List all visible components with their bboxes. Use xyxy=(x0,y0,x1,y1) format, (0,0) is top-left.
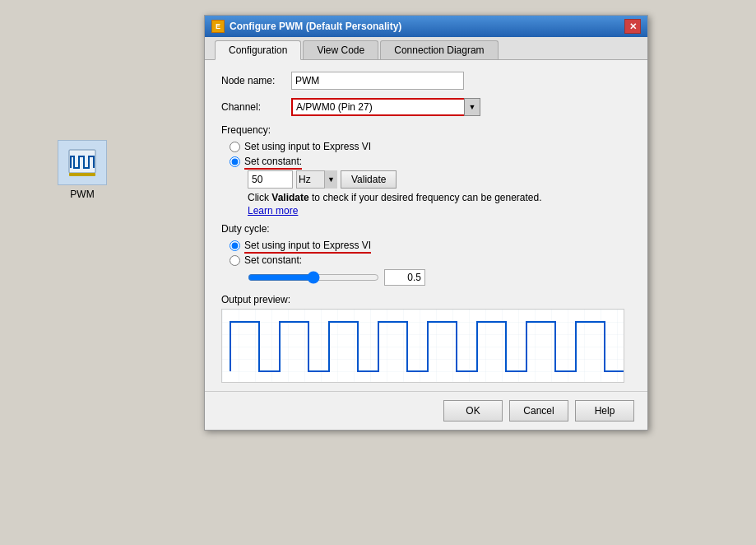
output-preview-section: Output preview: xyxy=(221,294,631,383)
learn-more-link[interactable]: Learn more xyxy=(248,205,298,217)
duty-cycle-label: Duty cycle: xyxy=(221,223,631,235)
output-preview-label: Output preview: xyxy=(221,294,631,305)
title-bar: E Configure PWM (Default Personality) ✕ xyxy=(205,16,647,37)
channel-row: Channel: A/PWM0 (Pin 27) A/PWM1 (Pin 28)… xyxy=(221,98,631,116)
duty-radio-express[interactable] xyxy=(230,240,240,251)
freq-radio-constant-label[interactable]: Set constant: xyxy=(244,156,302,167)
duty-cycle-value-input[interactable] xyxy=(384,269,425,286)
duty-radio-constant-label[interactable]: Set constant: xyxy=(244,254,302,266)
duty-cycle-slider[interactable] xyxy=(248,271,379,284)
duty-radio-constant[interactable] xyxy=(230,255,240,266)
validate-button[interactable]: Validate xyxy=(341,170,397,189)
bottom-button-bar: OK Cancel Help xyxy=(205,391,647,430)
title-bar-left: E Configure PWM (Default Personality) xyxy=(211,20,401,33)
freq-radio-express[interactable] xyxy=(230,142,240,152)
freq-radio-constant[interactable] xyxy=(230,156,240,167)
tab-view-code[interactable]: View Code xyxy=(303,40,378,59)
node-name-label: Node name: xyxy=(221,75,291,86)
channel-select-wrapper: A/PWM0 (Pin 27) A/PWM1 (Pin 28) A/PWM2 (… xyxy=(291,98,480,116)
frequency-value-input[interactable] xyxy=(248,170,293,189)
info-text: Click Validate to check if your desired … xyxy=(221,192,631,203)
ok-button[interactable]: OK xyxy=(443,400,503,422)
duty-cycle-radio-group: Set using input to Express VI Set consta… xyxy=(221,240,631,266)
configure-pwm-dialog: E Configure PWM (Default Personality) ✕ … xyxy=(204,15,648,431)
frequency-unit-select[interactable]: Hz kHz xyxy=(296,170,337,189)
pwm-icon-image xyxy=(58,140,107,185)
dialog-content: Node name: Channel: A/PWM0 (Pin 27) A/PW… xyxy=(205,60,647,391)
frequency-section-label: Frequency: xyxy=(221,124,631,136)
tab-bar: Configuration View Code Connection Diagr… xyxy=(205,37,647,60)
channel-label: Channel: xyxy=(221,101,291,113)
unit-select-wrapper: Hz kHz ▼ xyxy=(296,170,337,189)
close-button[interactable]: ✕ xyxy=(624,19,641,34)
frequency-radio-group: Set using input to Express VI Set consta… xyxy=(221,141,631,167)
node-name-row: Node name: xyxy=(221,72,631,90)
output-preview-canvas xyxy=(221,309,624,383)
dialog-icon: E xyxy=(211,20,225,33)
freq-radio-row-2: Set constant: xyxy=(230,156,631,167)
duty-slider-row xyxy=(221,269,631,286)
freq-radio-express-label[interactable]: Set using input to Express VI xyxy=(244,141,371,152)
freq-radio-row-1: Set using input to Express VI xyxy=(230,141,631,152)
channel-select[interactable]: A/PWM0 (Pin 27) A/PWM1 (Pin 28) A/PWM2 (… xyxy=(291,98,480,116)
pwm-icon-label: PWM xyxy=(70,189,94,200)
duty-cycle-section: Duty cycle: Set using input to Express V… xyxy=(221,223,631,286)
svg-rect-1 xyxy=(69,173,95,176)
svg-rect-0 xyxy=(69,150,95,173)
duty-radio-row-1: Set using input to Express VI xyxy=(230,240,631,251)
cancel-button[interactable]: Cancel xyxy=(509,400,568,422)
duty-radio-row-2: Set constant: xyxy=(230,254,631,266)
dialog-title: Configure PWM (Default Personality) xyxy=(230,21,401,32)
tab-configuration[interactable]: Configuration xyxy=(215,40,301,60)
frequency-value-row: Hz kHz ▼ Validate xyxy=(221,170,631,189)
pwm-desktop-icon[interactable]: PWM xyxy=(45,140,119,200)
tab-connection-diagram[interactable]: Connection Diagram xyxy=(380,40,498,59)
help-button[interactable]: Help xyxy=(575,400,634,422)
node-name-input[interactable] xyxy=(291,72,464,90)
duty-radio-express-label[interactable]: Set using input to Express VI xyxy=(244,240,371,251)
learn-more-row: Learn more xyxy=(221,205,631,217)
